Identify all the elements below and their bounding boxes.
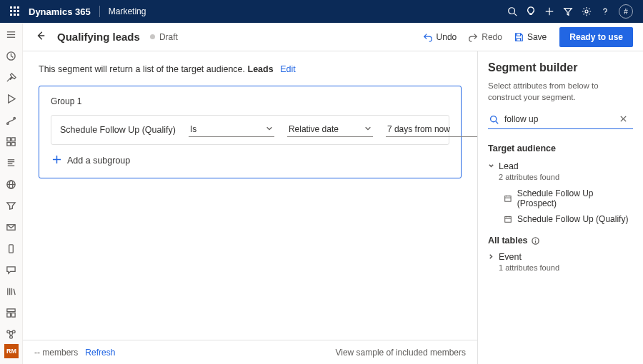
svg-rect-14 — [11, 137, 15, 141]
all-tables-header: All tables — [488, 236, 633, 246]
segment-icon[interactable] — [4, 134, 19, 148]
view-sample-link[interactable]: View sample of included members — [335, 348, 466, 358]
svg-line-10 — [7, 79, 10, 81]
calendar-icon — [504, 194, 512, 203]
operator-value: Is — [190, 124, 196, 134]
panel-description: Select attributes from below to construc… — [488, 80, 633, 103]
tree-node-event[interactable]: Event — [488, 250, 633, 264]
chevron-down-icon — [488, 161, 494, 171]
library-icon[interactable] — [4, 284, 19, 298]
svg-rect-32 — [7, 313, 11, 317]
info-icon[interactable] — [532, 237, 539, 245]
save-button[interactable]: Save — [508, 29, 552, 45]
edit-link[interactable]: Edit — [280, 64, 296, 74]
add-subgroup-label: Add a subgroup — [67, 156, 130, 166]
redo-label: Redo — [482, 32, 502, 42]
attribute-label: Schedule Follow Up (Qualify) — [517, 214, 628, 224]
form-icon[interactable] — [4, 156, 19, 170]
tree-node-lead[interactable]: Lead — [488, 159, 633, 173]
menu-icon[interactable] — [4, 27, 19, 41]
target-audience-header: Target audience — [488, 143, 633, 153]
gear-icon[interactable] — [577, 0, 596, 23]
svg-rect-13 — [7, 137, 11, 141]
value-input[interactable]: 7 days from now — [386, 123, 477, 137]
group-card[interactable]: Group 1 Schedule Follow Up (Qualify) Is … — [39, 86, 462, 178]
template-icon[interactable] — [4, 305, 19, 320]
undo-label: Undo — [437, 32, 457, 42]
chevron-down-icon — [266, 124, 273, 134]
ready-to-use-button[interactable]: Ready to use — [559, 27, 633, 47]
module-name: Marketing — [109, 6, 146, 16]
footer-bar: -- members Refresh View sample of includ… — [23, 340, 477, 364]
funnel-icon[interactable] — [4, 198, 19, 213]
panel-title: Segment builder — [488, 61, 633, 74]
lightbulb-icon[interactable] — [522, 0, 540, 23]
user-badge[interactable]: RM — [4, 344, 19, 358]
filter-icon[interactable] — [559, 0, 577, 23]
svg-rect-33 — [11, 313, 15, 317]
add-subgroup-button[interactable]: Add a subgroup — [51, 155, 449, 166]
command-bar: Qualifying leads Draft Undo Redo Save Re… — [23, 23, 643, 51]
condition-attribute: Schedule Follow Up (Qualify) — [60, 125, 176, 135]
svg-rect-16 — [11, 142, 15, 146]
svg-rect-25 — [9, 244, 14, 252]
sms-icon[interactable] — [4, 241, 19, 256]
svg-point-5 — [604, 14, 605, 14]
svg-line-40 — [496, 121, 498, 123]
attribute-item[interactable]: Schedule Follow Up (Qualify) — [488, 211, 633, 227]
members-count: -- members — [34, 348, 78, 358]
svg-rect-15 — [7, 142, 11, 146]
chevron-down-icon — [364, 124, 372, 134]
nav-rail: RM — [0, 23, 23, 364]
search-icon — [489, 115, 499, 124]
page-title: Qualifying leads — [57, 31, 140, 43]
svg-line-1 — [514, 14, 517, 16]
connector-icon[interactable] — [4, 327, 19, 341]
account-avatar[interactable]: # — [619, 4, 633, 19]
group-title: Group 1 — [51, 96, 449, 106]
clock-icon[interactable] — [4, 49, 19, 63]
play-icon[interactable] — [4, 91, 19, 106]
svg-point-39 — [491, 116, 497, 121]
search-icon[interactable] — [503, 0, 522, 23]
date-mode-value: Relative date — [289, 124, 339, 134]
attribute-label: Schedule Follow Up (Prospect) — [517, 188, 633, 208]
app-launcher-icon[interactable] — [10, 6, 20, 16]
divider — [99, 6, 100, 17]
attribute-item[interactable]: Schedule Follow Up (Prospect) — [488, 186, 633, 211]
svg-point-36 — [10, 335, 13, 338]
svg-point-35 — [12, 330, 15, 333]
refresh-link[interactable]: Refresh — [85, 348, 115, 358]
segment-builder-panel: Segment builder Select attributes from b… — [477, 51, 643, 364]
journey-icon[interactable] — [4, 113, 19, 127]
svg-point-53 — [535, 238, 536, 239]
plus-icon[interactable] — [540, 0, 559, 23]
svg-line-30 — [14, 288, 15, 294]
globe-icon[interactable] — [4, 177, 19, 191]
back-button[interactable] — [33, 28, 49, 46]
intro-entity: Leads — [248, 64, 274, 74]
tree-node-label: Lead — [499, 161, 519, 171]
help-icon[interactable] — [596, 0, 614, 23]
operator-select[interactable]: Is — [189, 123, 274, 137]
segment-canvas: This segment will return a list of the t… — [23, 51, 477, 340]
status-dot-icon — [150, 34, 155, 39]
attribute-search[interactable] — [488, 111, 633, 129]
condition-row: Schedule Follow Up (Qualify) Is Relative… — [51, 115, 449, 145]
search-input[interactable] — [503, 113, 619, 125]
intro-text: This segment will return a list of the t… — [39, 64, 245, 74]
redo-button[interactable]: Redo — [462, 29, 508, 45]
all-tables-label: All tables — [488, 236, 528, 246]
mail-icon[interactable] — [4, 220, 19, 234]
tree-node-label: Event — [499, 252, 522, 262]
undo-button[interactable]: Undo — [417, 29, 463, 45]
svg-rect-43 — [505, 196, 511, 202]
chat-icon[interactable] — [4, 263, 19, 277]
product-name: Dynamics 365 — [29, 6, 91, 17]
plus-icon — [52, 155, 61, 166]
lead-count: 2 attributes found — [488, 173, 633, 181]
date-mode-select[interactable]: Relative date — [287, 123, 373, 137]
pin-icon[interactable] — [4, 70, 19, 84]
clear-search-button[interactable] — [619, 114, 632, 125]
svg-point-0 — [509, 8, 515, 14]
